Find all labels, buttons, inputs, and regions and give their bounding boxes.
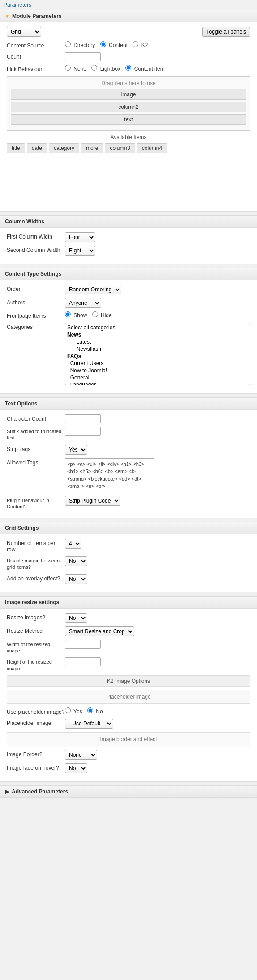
k2-image-options-subheader: K2 Image Options — [7, 675, 250, 687]
grid-settings-body: Number of items per row 123 456 Disable … — [0, 534, 257, 592]
use-placeholder-yes[interactable]: Yes — [65, 708, 84, 715]
available-item-title[interactable]: title — [7, 143, 25, 153]
link-content-item-radio[interactable] — [125, 65, 131, 71]
cat-select-all[interactable]: Select all categories — [66, 324, 249, 331]
height-label: Height of the resized image — [7, 657, 65, 672]
allowed-tags-row: Allowed Tags <p> <a> <ul> <li> <div> <h1… — [7, 458, 250, 492]
count-label: Count — [7, 52, 65, 60]
content-type-settings-title: Content Type Settings — [5, 271, 61, 277]
disable-margin-select[interactable]: No Yes — [65, 556, 87, 566]
height-row: Height of the resized image 85 — [7, 657, 250, 672]
suffix-row: Suffix added to truncated text — [7, 427, 250, 441]
allowed-tags-box: <p> <a> <ul> <li> <div> <h1> <h3> <h4> <… — [65, 458, 154, 492]
resize-method-row: Resize Method Smart Resize and Crop Resi… — [7, 626, 250, 636]
frontpage-show-radio[interactable] — [65, 311, 71, 317]
order-row: Order Random Ordering Date Title Hits — [7, 285, 250, 294]
strip-tags-select[interactable]: Yes No — [65, 445, 87, 455]
expand-arrow-icon: ▶ — [5, 788, 9, 795]
frontpage-hide[interactable]: Hide — [92, 312, 112, 319]
cat-new-to-joomla[interactable]: New to Joomla! — [66, 367, 249, 374]
link-lightbox-radio[interactable] — [91, 65, 97, 71]
collapse-arrow-icon: ▼ — [5, 14, 9, 19]
cat-faqs[interactable]: FAQs — [66, 353, 249, 360]
content-source-k2[interactable]: K2 — [133, 42, 148, 48]
image-resize-header[interactable]: Image resize settings — [0, 597, 257, 609]
order-select[interactable]: Random Ordering Date Title Hits — [65, 285, 121, 294]
items-per-row-control: 123 456 — [65, 539, 250, 549]
strip-tags-control: Yes No — [65, 445, 250, 455]
content-type-settings-header[interactable]: Content Type Settings — [0, 268, 257, 280]
placeholder-box: Placeholder image — [7, 690, 250, 704]
authors-select[interactable]: Anyone Author Editor Publisher — [65, 298, 101, 308]
placeholder-image-select[interactable]: - Use Default - — [65, 719, 113, 729]
use-placeholder-yes-radio[interactable] — [65, 707, 71, 713]
frontpage-label: Frontpage Items — [7, 311, 65, 319]
drag-area[interactable]: Drag items here to use image column2 tex… — [7, 76, 250, 131]
text-options-header[interactable]: Text Options — [0, 398, 257, 410]
image-border-select[interactable]: None Solid Dashed Dotted — [65, 750, 97, 760]
width-input[interactable]: 75 — [65, 640, 101, 649]
frontpage-show[interactable]: Show — [65, 312, 89, 319]
frontpage-hide-radio[interactable] — [92, 311, 98, 317]
module-parameters-header[interactable]: ▼ Module Parameters — [0, 10, 257, 22]
character-count-input[interactable]: 100 — [65, 414, 101, 423]
categories-control: Select all categories News Latest Newsfl… — [65, 323, 250, 385]
suffix-input[interactable] — [65, 427, 101, 436]
top-controls: Grid List Masonry Toggle all panels — [7, 27, 250, 37]
breadcrumb[interactable]: Parameters — [0, 0, 257, 10]
link-behaviour-row: Link Behaviour None Lightbox Content ite… — [7, 65, 250, 72]
second-column-row: Second Column Width OneTwoThree FourFive… — [7, 246, 250, 256]
available-item-date[interactable]: date — [27, 143, 47, 153]
plugin-behaviour-label: Plugin Behaviour in Content? — [7, 496, 65, 510]
cat-general[interactable]: General — [66, 374, 249, 381]
column-widths-header[interactable]: Column Widths — [0, 216, 257, 228]
cat-languages[interactable]: Languages — [66, 381, 249, 385]
cat-newsflash[interactable]: Newsflash — [66, 345, 249, 353]
drag-item-image[interactable]: image — [11, 89, 246, 100]
plugin-behaviour-select[interactable]: Strip Plugin Code Run Plugins — [65, 496, 120, 506]
first-column-select[interactable]: OneTwoThree FourFiveSix SevenEightNine T… — [65, 232, 95, 242]
categories-list[interactable]: Select all categories News Latest Newsfl… — [65, 323, 250, 385]
available-item-category[interactable]: category — [49, 143, 79, 153]
available-item-column4[interactable]: column4 — [137, 143, 167, 153]
link-none[interactable]: None — [65, 66, 88, 72]
advanced-parameters-header[interactable]: ▶ Advanced Parameters — [0, 785, 257, 798]
link-none-radio[interactable] — [65, 65, 71, 71]
cat-news[interactable]: News — [66, 331, 249, 338]
resize-method-select[interactable]: Smart Resize and Crop Resize Only Crop O… — [65, 626, 134, 636]
height-control: 85 — [65, 657, 250, 666]
content-source-content[interactable]: Content — [100, 42, 129, 48]
drag-item-text[interactable]: text — [11, 114, 246, 125]
placeholder-image-row: Placeholder image - Use Default - — [7, 719, 250, 729]
resize-images-select[interactable]: No Yes — [65, 613, 87, 623]
count-input[interactable]: 4 — [65, 52, 101, 61]
breadcrumb-link[interactable]: Parameters — [4, 2, 31, 8]
grid-select[interactable]: Grid List Masonry — [7, 27, 41, 37]
use-placeholder-no[interactable]: No — [87, 708, 103, 715]
overlay-effect-select[interactable]: No Yes — [65, 574, 87, 584]
drag-item-column2[interactable]: column2 — [11, 102, 246, 112]
height-input[interactable]: 85 — [65, 657, 101, 666]
link-lightbox[interactable]: Lightbox — [91, 66, 122, 72]
text-options-body: Character Count 100 Suffix added to trun… — [0, 410, 257, 518]
second-column-select[interactable]: OneTwoThree FourFiveSix SevenEightNine T… — [65, 246, 95, 256]
cat-current-users[interactable]: Current Users — [66, 360, 249, 367]
categories-label: Categories — [7, 323, 65, 330]
available-item-column3[interactable]: column3 — [105, 143, 135, 153]
available-item-more[interactable]: more — [81, 143, 103, 153]
content-source-content-radio[interactable] — [100, 41, 106, 47]
image-fade-select[interactable]: No Yes — [65, 763, 87, 773]
cat-latest[interactable]: Latest — [66, 338, 249, 345]
items-per-row-select[interactable]: 123 456 — [65, 539, 81, 549]
link-content-item[interactable]: Content item — [125, 66, 164, 72]
drag-area-title: Drag items here to use — [11, 80, 246, 86]
content-source-directory-radio[interactable] — [65, 41, 71, 47]
strip-tags-label: Strip Tags — [7, 445, 65, 452]
content-source-k2-radio[interactable] — [133, 41, 138, 47]
advanced-parameters-title: Advanced Parameters — [12, 788, 68, 795]
toggle-all-button[interactable]: Toggle all panels — [202, 27, 250, 37]
use-placeholder-no-radio[interactable] — [87, 707, 93, 713]
content-source-directory[interactable]: Directory — [65, 42, 97, 48]
grid-settings-header[interactable]: Grid Settings — [0, 522, 257, 534]
content-source-label: Content Source — [7, 41, 65, 49]
